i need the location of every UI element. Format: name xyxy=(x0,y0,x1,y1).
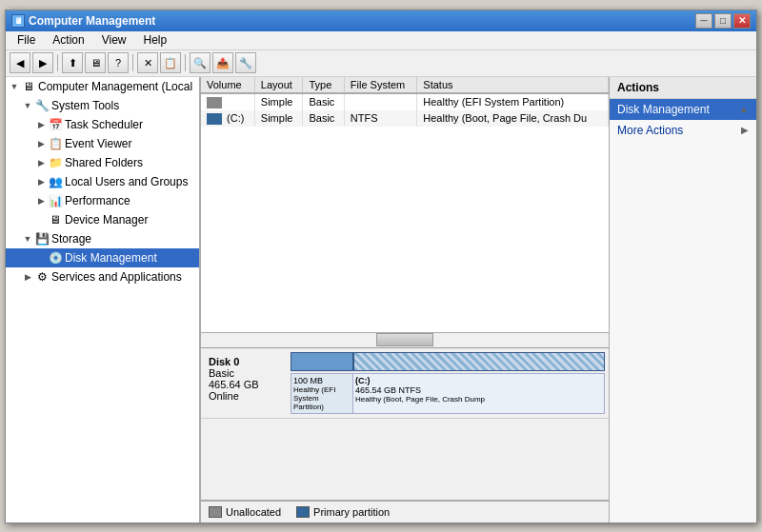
row2-filesystem: NTFS xyxy=(344,110,417,127)
action-more-actions-label: More Actions xyxy=(617,124,683,137)
c-size-label: 465.54 GB NTFS xyxy=(355,385,602,395)
row1-filesystem xyxy=(344,93,417,110)
tree-root[interactable]: ▼ 🖥 Computer Management (Local xyxy=(6,77,199,96)
efi-desc-label: Healthy (EFI System Partition) xyxy=(293,385,351,411)
expand-event-viewer[interactable]: ▶ xyxy=(34,137,48,150)
scrollbar-thumb[interactable] xyxy=(376,333,433,346)
expand-performance[interactable]: ▶ xyxy=(34,194,48,207)
menu-help[interactable]: Help xyxy=(136,31,175,49)
disk-partitions: 100 MB Healthy (EFI System Partition) (C… xyxy=(291,352,605,414)
export-button[interactable]: 📤 xyxy=(212,52,233,73)
row2-type: Basic xyxy=(303,110,344,127)
close-button[interactable]: ✕ xyxy=(733,13,751,29)
col-filesystem[interactable]: File System xyxy=(344,77,417,93)
expand-system-tools[interactable]: ▼ xyxy=(21,99,34,112)
minimize-button[interactable]: ─ xyxy=(695,13,712,29)
action-more-actions[interactable]: More Actions ▶ xyxy=(610,120,756,141)
device-manager-label: Device Manager xyxy=(65,213,148,227)
tree-local-users[interactable]: ▶ 👥 Local Users and Groups xyxy=(6,172,199,191)
title-bar-left: 🖥 Computer Management xyxy=(11,14,155,28)
delete-button[interactable]: ✕ xyxy=(137,52,158,73)
performance-label: Performance xyxy=(65,194,130,207)
device-manager-icon: 🖥 xyxy=(48,212,63,227)
tree-disk-management[interactable]: 💿 Disk Management xyxy=(6,248,199,267)
search-button[interactable]: 🔍 xyxy=(190,52,211,73)
event-viewer-label: Event Viewer xyxy=(65,137,131,150)
window-icon: 🖥 xyxy=(11,14,25,28)
col-layout[interactable]: Layout xyxy=(254,77,303,93)
legend-unallocated: Unallocated xyxy=(209,506,281,518)
forward-button[interactable]: ▶ xyxy=(32,52,53,73)
help-button[interactable]: ? xyxy=(108,52,129,73)
back-button[interactable]: ◀ xyxy=(10,52,30,73)
shared-folders-icon: 📁 xyxy=(48,155,63,170)
task-scheduler-label: Task Scheduler xyxy=(65,118,143,131)
legend-primary-box xyxy=(296,506,310,518)
col-volume[interactable]: Volume xyxy=(201,77,254,93)
c-drive-label: (C:) xyxy=(355,376,602,385)
row2-status: Healthy (Boot, Page File, Crash Du xyxy=(417,110,609,127)
toolbar: ◀ ▶ ⬆ 🖥 ? ✕ 📋 🔍 📤 🔧 xyxy=(6,50,756,77)
right-panel: Volume Layout Type File System Status xyxy=(201,77,756,522)
tree-performance[interactable]: ▶ 📊 Performance xyxy=(6,191,199,210)
task-scheduler-icon: 📅 xyxy=(48,117,63,132)
disk-management-icon: 💿 xyxy=(48,250,63,266)
table-wrapper[interactable]: Volume Layout Type File System Status xyxy=(201,77,609,332)
tree-device-manager[interactable]: 🖥 Device Manager xyxy=(6,210,199,229)
tree-services[interactable]: ▶ ⚙ Services and Applications xyxy=(6,267,199,286)
c-desc-label: Healthy (Boot, Page File, Crash Dump xyxy=(355,395,602,404)
c-partition-bar[interactable] xyxy=(353,352,605,371)
expand-shared-folders[interactable]: ▶ xyxy=(34,156,48,169)
table-scrollbar-horizontal[interactable] xyxy=(201,332,609,347)
expand-local-users[interactable]: ▶ xyxy=(34,175,48,188)
properties-button[interactable]: 📋 xyxy=(160,52,181,73)
table-row[interactable]: Simple Basic Healthy (EFI System Partiti… xyxy=(201,93,609,110)
legend-bar: Unallocated Primary partition xyxy=(201,500,609,522)
services-icon: ⚙ xyxy=(34,269,50,285)
expand-root[interactable]: ▼ xyxy=(8,80,21,93)
up-button[interactable]: ⬆ xyxy=(62,52,83,73)
col-status[interactable]: Status xyxy=(417,77,609,93)
table-row[interactable]: (C:) Simple Basic NTFS Healthy (Boot, Pa… xyxy=(201,110,609,127)
expand-storage[interactable]: ▼ xyxy=(21,232,34,246)
title-bar: 🖥 Computer Management ─ □ ✕ xyxy=(6,10,756,31)
services-label: Services and Applications xyxy=(51,270,182,284)
disk-size: 465.64 GB xyxy=(209,379,287,390)
efi-partition-bar[interactable] xyxy=(291,352,353,371)
disk-status: Online xyxy=(209,390,287,402)
tree-shared-folders[interactable]: ▶ 📁 Shared Folders xyxy=(6,153,199,172)
menu-view[interactable]: View xyxy=(94,31,134,49)
disk-row-0: Disk 0 Basic 465.64 GB Online xyxy=(201,348,609,419)
computer-button[interactable]: 🖥 xyxy=(85,52,106,73)
menu-file[interactable]: File xyxy=(10,31,43,49)
disk-table-area: Volume Layout Type File System Status xyxy=(201,77,609,522)
tree-event-viewer[interactable]: ▶ 📋 Event Viewer xyxy=(6,134,199,153)
partition-table: Volume Layout Type File System Status xyxy=(201,77,609,127)
partition-labels: 100 MB Healthy (EFI System Partition) (C… xyxy=(291,373,605,414)
action-disk-management[interactable]: Disk Management ▲ xyxy=(610,99,756,120)
expand-disk-management[interactable] xyxy=(34,251,48,265)
expand-task-scheduler[interactable]: ▶ xyxy=(34,118,48,131)
chevron-right-icon: ▶ xyxy=(741,125,749,135)
settings-button[interactable]: 🔧 xyxy=(235,52,256,73)
row1-layout: Simple xyxy=(254,93,303,110)
efi-partition-label[interactable]: 100 MB Healthy (EFI System Partition) xyxy=(291,373,353,414)
chevron-up-icon: ▲ xyxy=(739,104,749,114)
legend-primary: Primary partition xyxy=(296,506,390,518)
c-partition-label[interactable]: (C:) 465.54 GB NTFS Healthy (Boot, Page … xyxy=(353,373,605,414)
expand-services[interactable]: ▶ xyxy=(21,270,34,284)
tree-task-scheduler[interactable]: ▶ 📅 Task Scheduler xyxy=(6,115,199,134)
left-panel: ▼ 🖥 Computer Management (Local ▼ 🔧 Syste… xyxy=(6,77,201,522)
disk-view-area: Disk 0 Basic 465.64 GB Online xyxy=(201,347,609,500)
event-viewer-icon: 📋 xyxy=(48,136,63,151)
legend-primary-label: Primary partition xyxy=(313,506,390,518)
maximize-button[interactable]: □ xyxy=(714,13,732,29)
toolbar-sep2 xyxy=(132,54,133,71)
performance-icon: 📊 xyxy=(48,193,63,208)
expand-device-manager[interactable] xyxy=(34,213,48,227)
menu-action[interactable]: Action xyxy=(45,31,91,49)
col-type[interactable]: Type xyxy=(303,77,344,93)
local-users-icon: 👥 xyxy=(48,174,63,189)
tree-system-tools[interactable]: ▼ 🔧 System Tools xyxy=(6,96,199,115)
tree-storage[interactable]: ▼ 💾 Storage xyxy=(6,229,199,248)
